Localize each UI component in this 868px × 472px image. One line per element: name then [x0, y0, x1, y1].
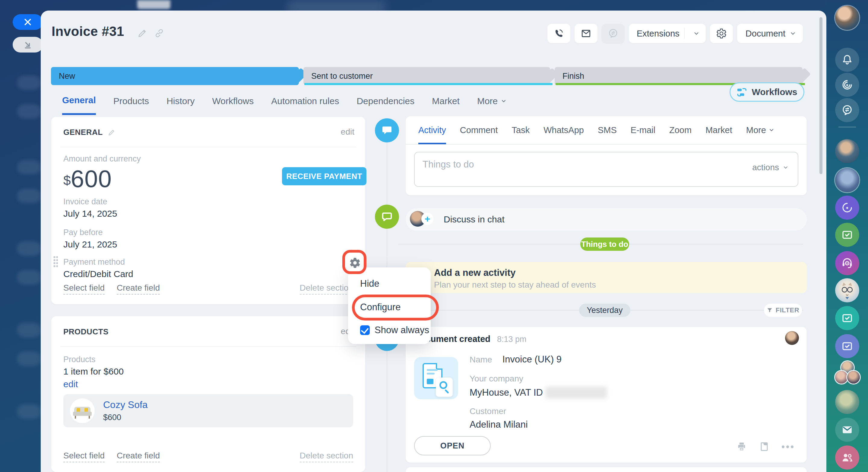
left-sidebar: [0, 0, 41, 472]
copy-link-icon[interactable]: [154, 28, 164, 38]
pencil-icon[interactable]: [108, 128, 116, 137]
filter-button[interactable]: FILTER: [764, 304, 802, 317]
tab-market[interactable]: Market: [432, 95, 460, 115]
chat-bubble-icon: [381, 125, 393, 136]
timeline-chat-icon: [375, 205, 399, 229]
close-modal-button[interactable]: [13, 14, 43, 30]
general-edit-link[interactable]: edit: [341, 127, 354, 137]
cat-bot-avatar[interactable]: [835, 278, 859, 302]
pipeline-stage-new[interactable]: New: [51, 67, 299, 85]
tab-more[interactable]: More: [477, 95, 507, 115]
app-inbox-check-teal[interactable]: [835, 306, 859, 330]
print-icon[interactable]: [737, 442, 747, 452]
team-group-avatars[interactable]: [835, 361, 859, 385]
arrow-down-right-icon: [23, 40, 33, 50]
app-inbox-check-indigo[interactable]: [835, 334, 859, 358]
tab-comment[interactable]: Comment: [460, 116, 498, 144]
blurred-browser-artifact: [137, 0, 170, 9]
show-always-checkbox[interactable]: [360, 325, 370, 335]
blurred-nav-item: [17, 241, 41, 256]
ai-assistant-button[interactable]: [835, 251, 859, 275]
tab-general[interactable]: General: [62, 95, 96, 115]
contacts-rail-button[interactable]: [835, 445, 859, 470]
receive-payment-button[interactable]: RECEIVE PAYMENT: [282, 167, 367, 185]
tab-history[interactable]: History: [166, 95, 194, 115]
delete-section-link[interactable]: Delete section: [300, 283, 353, 295]
tab-label: E-mail: [631, 125, 655, 135]
tab-whatsapp[interactable]: WhatsApp: [544, 116, 584, 144]
document-menu-button[interactable]: Document: [737, 24, 803, 43]
plus-icon: +: [421, 213, 433, 225]
collapse-button[interactable]: [13, 37, 43, 53]
people-icon: [841, 451, 854, 464]
chat-sync-rail-button[interactable]: [835, 98, 859, 122]
current-user-avatar[interactable]: [835, 6, 859, 30]
teammate-avatar[interactable]: [835, 390, 859, 414]
create-field-link[interactable]: Create field: [117, 451, 160, 462]
things-to-do-badge: Things to do: [580, 237, 629, 251]
tab-label: History: [166, 96, 194, 106]
brand-spiral-button[interactable]: [835, 73, 859, 97]
chevron-down-icon: [769, 127, 775, 133]
general-section-title: GENERAL: [63, 128, 116, 137]
email-button[interactable]: [575, 24, 597, 43]
workflows-button[interactable]: Workflows: [730, 82, 804, 102]
tab-sms[interactable]: SMS: [598, 116, 617, 144]
extensions-button[interactable]: Extensions: [629, 24, 706, 43]
tab-zoom[interactable]: Zoom: [669, 116, 691, 144]
teammate-avatar[interactable]: [835, 168, 859, 192]
extensions-dropdown[interactable]: [689, 30, 703, 37]
actions-dropdown[interactable]: actions: [752, 163, 789, 172]
select-field-link[interactable]: Select field: [63, 283, 105, 295]
add-activity-banner[interactable]: Add a new activity Plan your next step t…: [406, 262, 807, 293]
yesterday-badge: Yesterday: [579, 304, 630, 317]
annotation-circle-gear: [342, 250, 367, 274]
menu-item-hide[interactable]: Hide: [360, 278, 431, 289]
customer-value: Adelina Milani: [470, 419, 607, 430]
chevron-down-icon: [693, 30, 700, 37]
tab-products[interactable]: Products: [114, 95, 149, 115]
todo-input[interactable]: [423, 159, 694, 180]
scrollbar-thumb[interactable]: [819, 17, 823, 174]
teammate-avatar[interactable]: [835, 139, 859, 163]
tab-task[interactable]: Task: [512, 116, 530, 144]
tab-dependencies[interactable]: Dependencies: [356, 95, 414, 115]
open-document-button[interactable]: OPEN: [414, 436, 491, 455]
chat-sync-button[interactable]: [602, 24, 625, 43]
product-image: [70, 399, 95, 423]
tab-activity[interactable]: Activity: [418, 116, 446, 144]
divider: [60, 347, 356, 347]
drag-handle[interactable]: [53, 256, 58, 267]
settings-button[interactable]: [710, 24, 733, 43]
tab-automation-rules[interactable]: Automation rules: [271, 95, 339, 115]
menu-item-show-always[interactable]: Show always: [360, 325, 431, 335]
amount-number: 600: [70, 165, 112, 193]
tab-more[interactable]: More: [746, 116, 775, 144]
product-list-item[interactable]: Cozy Sofa $600: [63, 394, 353, 427]
discuss-in-chat-bar[interactable]: + Discuss in chat: [406, 208, 807, 231]
bell-icon: [841, 54, 853, 66]
notifications-button[interactable]: [835, 48, 859, 72]
tab-email[interactable]: E-mail: [631, 116, 655, 144]
invoice-preview-icon[interactable]: [414, 357, 458, 399]
activity-tabs: Activity Comment Task WhatsApp SMS E-mai…: [406, 116, 807, 145]
app-inbox-check-green[interactable]: [835, 223, 859, 247]
products-edit-inline-link[interactable]: edit: [63, 379, 78, 389]
tab-workflows[interactable]: Workflows: [212, 95, 254, 115]
select-field-link[interactable]: Select field: [63, 451, 105, 462]
section-title-text: PRODUCTS: [63, 327, 108, 336]
mail-rail-button[interactable]: [835, 418, 859, 442]
tab-market[interactable]: Market: [706, 116, 732, 144]
blurred-nav-item: [17, 188, 41, 203]
rename-pencil-icon[interactable]: [137, 28, 148, 38]
note-icon[interactable]: [760, 442, 769, 451]
pipeline-stage-sent[interactable]: Sent to customer: [303, 67, 550, 85]
delete-section-link[interactable]: Delete section: [300, 451, 353, 462]
product-name-link[interactable]: Cozy Sofa: [103, 399, 148, 410]
stage-label: Sent to customer: [311, 71, 373, 81]
menu-item-configure[interactable]: Configure: [360, 302, 431, 313]
call-button[interactable]: [548, 24, 570, 43]
more-actions-icon[interactable]: [782, 445, 794, 448]
app-spiral-purple[interactable]: [835, 196, 859, 220]
create-field-link[interactable]: Create field: [117, 283, 160, 295]
